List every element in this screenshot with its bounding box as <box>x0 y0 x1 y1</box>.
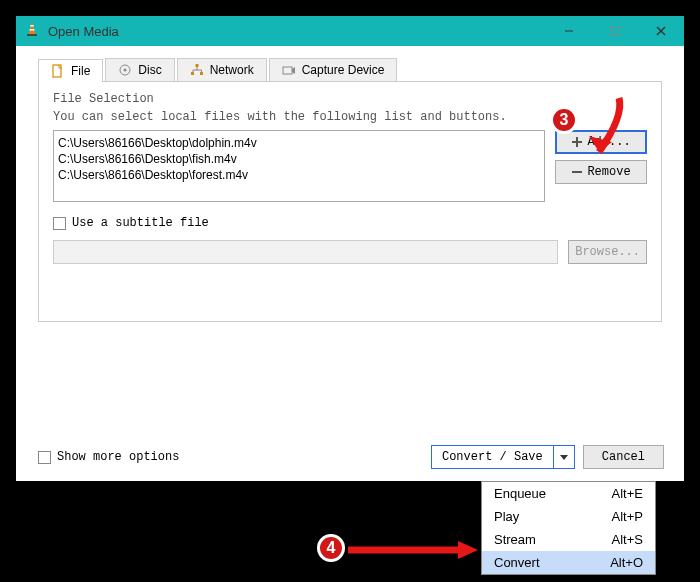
tab-file-label: File <box>71 64 90 78</box>
tab-file[interactable]: File <box>38 59 103 82</box>
svg-rect-2 <box>30 25 34 26</box>
chevron-down-icon <box>560 453 568 461</box>
svg-rect-13 <box>200 72 203 75</box>
svg-point-10 <box>124 69 127 72</box>
tab-network[interactable]: Network <box>177 58 267 81</box>
cancel-button[interactable]: Cancel <box>583 445 664 469</box>
capture-icon <box>282 63 296 77</box>
file-selection-title: File Selection <box>53 92 647 106</box>
svg-marker-22 <box>458 541 478 559</box>
svg-marker-19 <box>560 455 568 460</box>
file-icon <box>51 64 65 78</box>
convert-save-dropdown[interactable]: EnqueueAlt+EPlayAlt+PStreamAlt+SConvertA… <box>481 481 656 575</box>
minus-icon <box>571 166 583 178</box>
show-more-label: Show more options <box>57 450 179 464</box>
browse-button-label: Browse... <box>575 245 640 259</box>
file-list-item[interactable]: C:\Users\86166\Desktop\fish.m4v <box>58 151 540 167</box>
annotation-arrow-4 <box>348 541 478 559</box>
browse-button: Browse... <box>568 240 647 264</box>
svg-rect-1 <box>27 34 37 36</box>
convert-save-button[interactable]: Convert / Save <box>431 445 575 469</box>
vlc-cone-icon <box>24 21 48 41</box>
close-button[interactable] <box>638 16 684 46</box>
annotation-arrow-3 <box>574 96 634 166</box>
open-media-window: Open Media File Disc Network Capture Dev <box>16 16 684 481</box>
dropdown-item-play[interactable]: PlayAlt+P <box>482 505 655 528</box>
svg-rect-5 <box>611 27 619 35</box>
cancel-label: Cancel <box>602 450 645 464</box>
tab-capture[interactable]: Capture Device <box>269 58 398 81</box>
remove-button-label: Remove <box>587 165 630 179</box>
tab-disc-label: Disc <box>138 63 161 77</box>
titlebar[interactable]: Open Media <box>16 16 684 46</box>
tab-network-label: Network <box>210 63 254 77</box>
convert-save-label[interactable]: Convert / Save <box>432 446 553 468</box>
dropdown-item-enqueue[interactable]: EnqueueAlt+E <box>482 482 655 505</box>
subtitle-row: Use a subtitle file <box>53 216 647 230</box>
subtitle-path-input <box>53 240 558 264</box>
annotation-badge-3: 3 <box>550 106 578 134</box>
svg-rect-12 <box>191 72 194 75</box>
subtitle-label: Use a subtitle file <box>72 216 209 230</box>
minimize-button[interactable] <box>546 16 592 46</box>
svg-rect-11 <box>195 64 198 67</box>
file-list[interactable]: C:\Users\86166\Desktop\dolphin.m4vC:\Use… <box>53 130 545 202</box>
tab-row: File Disc Network Capture Device <box>38 58 662 82</box>
svg-marker-0 <box>29 22 35 34</box>
svg-rect-14 <box>283 67 292 74</box>
dropdown-item-stream[interactable]: StreamAlt+S <box>482 528 655 551</box>
annotation-badge-4: 4 <box>317 534 345 562</box>
subtitle-checkbox[interactable] <box>53 217 66 230</box>
file-list-item[interactable]: C:\Users\86166\Desktop\forest.m4v <box>58 167 540 183</box>
dropdown-item-convert[interactable]: ConvertAlt+O <box>482 551 655 574</box>
network-icon <box>190 63 204 77</box>
tab-capture-label: Capture Device <box>302 63 385 77</box>
tab-disc[interactable]: Disc <box>105 58 174 81</box>
svg-rect-8 <box>53 65 61 77</box>
maximize-button[interactable] <box>592 16 638 46</box>
window-title: Open Media <box>48 24 119 39</box>
file-list-item[interactable]: C:\Users\86166\Desktop\dolphin.m4v <box>58 135 540 151</box>
disc-icon <box>118 63 132 77</box>
convert-save-caret[interactable] <box>553 446 574 468</box>
show-more-checkbox[interactable] <box>38 451 51 464</box>
svg-rect-3 <box>30 29 35 31</box>
